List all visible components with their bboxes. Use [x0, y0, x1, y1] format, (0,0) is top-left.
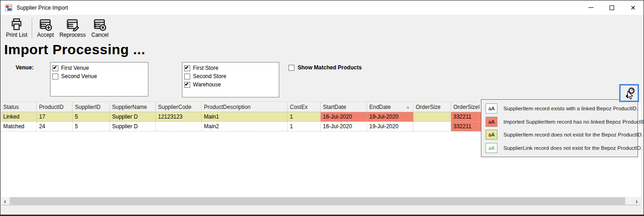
reprocess-button[interactable]: Reprocess — [56, 17, 88, 39]
minimize-button[interactable] — [580, 0, 601, 15]
accept-button[interactable]: Accept — [34, 17, 57, 39]
column-header-status[interactable]: Status — [1, 102, 37, 112]
cell-supplierid[interactable]: 5 — [73, 112, 110, 122]
column-header-enddate[interactable]: EndDate — [367, 102, 413, 112]
page-title: Import Processing ... — [4, 42, 145, 57]
column-header-productdescription[interactable]: ProductDescription — [202, 102, 288, 112]
window-controls: ✕ — [580, 0, 644, 15]
cell-productid[interactable]: 17 — [37, 112, 73, 122]
checkbox[interactable] — [184, 82, 190, 88]
show-matched-products-checkbox[interactable]: Show Matched Products — [288, 64, 362, 71]
cell-enddate[interactable]: 19-Jul-2020 — [367, 112, 413, 122]
venue-checked-listbox[interactable]: First Venue Second Venue — [50, 62, 148, 97]
column-header-label: StartDate — [323, 104, 346, 110]
legend-item-linked: aA SupplierItem record exists with a lin… — [481, 103, 638, 114]
column-header-label: OrderSize — [416, 104, 441, 110]
checkbox[interactable] — [52, 65, 58, 71]
toolbar-separator — [32, 17, 32, 39]
column-header-label: ProductID — [39, 104, 63, 110]
close-button[interactable]: ✕ — [622, 0, 644, 15]
legend-item-no-link: aA Imported SupplierItem record has no l… — [481, 117, 638, 127]
store-item-label: First Store — [193, 65, 218, 71]
legend-item-no-supplierlink: aA SupplierLink record does not exist fo… — [481, 143, 638, 153]
venue-item-label: Second Venue — [61, 73, 97, 80]
store-item-warehouse[interactable]: Warehouse — [184, 80, 279, 89]
checkbox[interactable] — [288, 65, 294, 71]
minimize-icon — [588, 7, 593, 8]
cell-suppliercode[interactable] — [156, 122, 202, 131]
scrollbar-thumb[interactable] — [10, 197, 625, 205]
cell-enddate[interactable]: 19-Jul-2020 — [367, 122, 413, 131]
table-cancel-icon — [93, 17, 107, 31]
column-header-startdate[interactable]: StartDate — [321, 102, 367, 112]
column-header-label: SupplierID — [75, 104, 101, 110]
horizontal-scrollbar[interactable]: ‹ › — [1, 197, 641, 205]
column-header-productid[interactable]: ProductID — [37, 102, 73, 112]
scroll-right-icon[interactable]: › — [633, 197, 641, 205]
column-header-supplierid[interactable]: SupplierID — [73, 102, 110, 112]
column-header-label: SupplierCode — [158, 104, 192, 110]
column-header-label: OrderSizeI — [453, 104, 480, 110]
cell-suppliername[interactable]: Supplier D — [110, 112, 156, 122]
venue-item-second-venue[interactable]: Second Venue — [52, 72, 148, 80]
checkbox[interactable] — [184, 74, 190, 80]
legend-swatch-green-italic: aA — [486, 143, 497, 153]
cell-startdate[interactable]: 16-Jul-2020 — [321, 112, 367, 122]
legend-swatch-yellow: aA — [486, 130, 497, 140]
column-header-suppliername[interactable]: SupplierName — [110, 102, 156, 112]
show-matched-products-label: Show Matched Products — [298, 64, 362, 71]
supplier-price-import-window: Supplier Price Import ✕ Print List — [0, 0, 644, 216]
maximize-icon — [610, 6, 614, 10]
legend-text: SupplierItem record does not exist for t… — [503, 132, 643, 137]
cell-productdescription[interactable]: Main2 — [202, 122, 288, 131]
legend-swatch-red: aA — [486, 117, 497, 127]
cancel-button[interactable]: Cancel — [89, 17, 111, 39]
table-add-icon — [39, 17, 52, 31]
cell-ordersize[interactable] — [413, 122, 451, 131]
legend-swatch-white: aA — [486, 103, 497, 114]
column-header-label: ProductDescription — [204, 104, 250, 110]
titlebar: Supplier Price Import ✕ — [0, 0, 644, 15]
cell-startdate[interactable]: 16-Jul-2020 — [321, 122, 367, 131]
store-item-first-store[interactable]: First Store — [184, 64, 279, 72]
cell-suppliercode[interactable]: 12123123 — [156, 112, 202, 122]
checkbox[interactable] — [52, 74, 58, 80]
status-strip — [0, 206, 644, 216]
mouse-cursor — [627, 91, 634, 102]
toolbar-button-label: Print List — [6, 32, 28, 38]
store-item-label: Warehouse — [193, 81, 221, 88]
cell-costex[interactable]: 1 — [288, 122, 321, 131]
column-header-label: Status — [3, 104, 19, 110]
window-title: Supplier Price Import — [17, 5, 68, 11]
column-header-suppliercode[interactable]: SupplierCode — [156, 102, 202, 112]
toolbar-button-label: Cancel — [91, 32, 108, 38]
venue-label: Venue: — [16, 64, 49, 71]
checkbox[interactable] — [184, 65, 190, 71]
cell-productid[interactable]: 24 — [37, 122, 73, 131]
app-icon — [5, 4, 12, 11]
cell-status[interactable]: Linked — [1, 112, 37, 122]
store-checked-listbox[interactable]: First Store Second Store Warehouse — [182, 62, 279, 97]
column-header-costex[interactable]: CostEx — [288, 102, 321, 112]
cell-supplierid[interactable]: 5 — [73, 122, 110, 131]
store-item-label: Second Store — [193, 73, 226, 80]
close-icon: ✕ — [630, 5, 636, 11]
cell-productdescription[interactable]: Main1 — [202, 112, 288, 122]
scroll-left-icon[interactable]: ‹ — [1, 197, 9, 205]
store-item-second-store[interactable]: Second Store — [184, 72, 279, 80]
column-header-ordersize[interactable]: OrderSize — [413, 102, 451, 112]
toolbar-button-label: Reprocess — [59, 32, 85, 38]
cell-costex[interactable]: 1 — [288, 112, 321, 122]
cell-suppliername[interactable]: Supplier D — [110, 122, 156, 131]
maximize-button[interactable] — [601, 0, 622, 15]
print-list-button[interactable]: Print List — [3, 17, 30, 39]
status-color-legend-popup: aA SupplierItem record exists with a lin… — [481, 99, 638, 157]
toolbar: Print List Accept — [0, 15, 644, 41]
cell-ordersize[interactable] — [413, 112, 451, 122]
legend-item-no-supplieritem: aA SupplierItem record does not exist fo… — [481, 130, 638, 140]
table-edit-icon — [66, 17, 79, 31]
venue-item-first-venue[interactable]: First Venue — [52, 64, 148, 72]
legend-text: SupplierLink record does not exist for t… — [503, 145, 642, 151]
toolbar-button-label: Accept — [37, 32, 54, 38]
cell-status[interactable]: Matched — [1, 122, 37, 131]
